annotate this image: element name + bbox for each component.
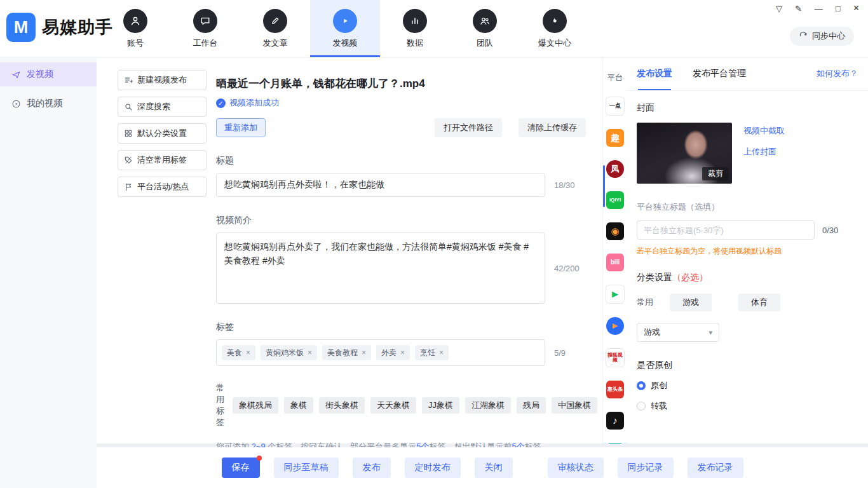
independent-title-input[interactable] xyxy=(637,220,815,240)
nav-item-workspace[interactable]: 工作台 xyxy=(170,0,240,57)
nav-item-hot-center[interactable]: 爆文中心 xyxy=(520,0,590,57)
sidebar-item-label: 我的视频 xyxy=(27,98,62,109)
close-icon[interactable]: × xyxy=(853,3,859,13)
publish-button[interactable]: 发布 xyxy=(353,458,391,478)
platform-icon-partial[interactable]: Oo xyxy=(606,443,624,444)
upload-cover-link[interactable]: 上传封面 xyxy=(743,146,785,158)
filter-icon[interactable]: ▽ xyxy=(776,4,782,13)
platform-icon-bilibili[interactable]: bili xyxy=(606,254,624,271)
search-icon xyxy=(124,102,133,111)
platform-icon-souhu[interactable]: 搜狐视频 xyxy=(606,348,625,367)
platform-icon-haokan[interactable]: ▶ xyxy=(606,317,624,335)
send-icon xyxy=(11,70,21,79)
menu-label: 新建视频发布 xyxy=(137,74,187,86)
publish-records-button[interactable]: 发布记录 xyxy=(688,458,743,478)
category-button-sport[interactable]: 体育 xyxy=(738,294,780,311)
platform-icon-dayu[interactable]: ◉ xyxy=(606,222,624,240)
category-button-game[interactable]: 游戏 xyxy=(670,294,712,311)
app-logo: M 易媒助手 xyxy=(6,13,113,42)
sidebar-item-publish-video[interactable]: 发视频 xyxy=(0,62,97,86)
nav-item-article[interactable]: 发文章 xyxy=(240,0,310,57)
publish-settings-panel: 发布设置 发布平台管理 如何发布？ 封面 裁剪 视频中截取 上传封面 平台独立标… xyxy=(627,57,868,444)
open-file-path-button[interactable]: 打开文件路径 xyxy=(435,118,502,137)
nav-item-data[interactable]: 数据 xyxy=(380,0,450,57)
left-sidebar: 发视频 我的视频 xyxy=(0,57,97,488)
nav-label: 发视频 xyxy=(333,37,358,49)
sync-to-draft-button[interactable]: 同步至草稿 xyxy=(274,458,339,478)
common-tag[interactable]: 象棋残局 xyxy=(233,397,278,414)
logo-icon: M xyxy=(6,13,36,42)
close-button[interactable]: 关闭 xyxy=(475,458,513,478)
independent-title-counter: 0/30 xyxy=(822,226,838,235)
review-status-button[interactable]: 审核状态 xyxy=(548,458,604,478)
platform-scroll-indicator[interactable] xyxy=(603,165,605,207)
platform-activity-button[interactable]: 平台活动/热点 xyxy=(118,177,207,197)
deep-search-button[interactable]: 深度搜索 xyxy=(118,97,207,117)
remove-tag-icon[interactable]: × xyxy=(308,348,312,357)
capture-from-video-link[interactable]: 视频中截取 xyxy=(743,125,785,137)
common-category-row: 常用 游戏 体育 xyxy=(637,294,858,311)
common-tag[interactable]: 残局 xyxy=(517,397,546,414)
title-counter: 18/30 xyxy=(554,180,575,190)
common-tag[interactable]: 江湖象棋 xyxy=(465,397,511,414)
clear-common-tags-button[interactable]: 清空常用标签 xyxy=(118,150,207,170)
platform-icon-qutoutiao[interactable]: 趣 xyxy=(606,129,624,147)
sidebar-item-my-videos[interactable]: 我的视频 xyxy=(0,92,97,116)
platform-icon-green-play[interactable]: ▶ xyxy=(606,285,625,304)
video-title-input[interactable] xyxy=(216,173,545,197)
sync-records-button[interactable]: 同步记录 xyxy=(618,458,674,478)
tag-chip: 美食 × xyxy=(222,345,255,360)
maximize-icon[interactable]: □ xyxy=(836,4,841,13)
category-select[interactable]: 游戏 ▾ xyxy=(637,323,719,342)
remove-tag-icon[interactable]: × xyxy=(362,348,366,357)
menu-label: 默认分类设置 xyxy=(137,128,187,139)
save-button[interactable]: 保存 xyxy=(222,458,260,478)
radio-original[interactable]: 原创 xyxy=(637,380,858,391)
nav-item-video[interactable]: 发视频 xyxy=(310,0,380,57)
new-video-publish-button[interactable]: 新建视频发布 xyxy=(118,70,207,90)
nav-label: 工作台 xyxy=(193,37,218,49)
video-description-input[interactable]: 想吃黄焖鸡别再点外卖了，我们在家也能做，方法很简单#黄焖鸡米饭 #美食 #美食教… xyxy=(216,233,545,304)
tab-publish-settings[interactable]: 发布设置 xyxy=(637,57,672,90)
cover-thumbnail[interactable]: 裁剪 xyxy=(637,123,732,184)
chart-bars-icon xyxy=(403,9,427,33)
platform-icon-yidian[interactable]: 一点 xyxy=(606,97,625,116)
common-tag[interactable]: 中国象棋 xyxy=(552,397,597,414)
common-tags-label: 常用标签 xyxy=(216,383,227,428)
play-video-icon xyxy=(333,9,357,33)
nav-item-team[interactable]: 团队 xyxy=(450,0,520,57)
re-add-button[interactable]: 重新添加 xyxy=(216,118,266,137)
tab-platform-management[interactable]: 发布平台管理 xyxy=(693,57,746,90)
tag-chip: 烹饪 × xyxy=(415,345,449,360)
common-tag[interactable]: 街头象棋 xyxy=(319,397,365,414)
common-tag[interactable]: 象棋 xyxy=(284,397,313,414)
remove-tag-icon[interactable]: × xyxy=(246,348,250,357)
radio-repost[interactable]: 转载 xyxy=(637,400,858,412)
platform-icon-fenghuang[interactable]: 凤 xyxy=(606,160,624,178)
remove-tag-icon[interactable]: × xyxy=(400,348,405,357)
scheduled-publish-button[interactable]: 定时发布 xyxy=(405,458,461,478)
common-tag[interactable]: JJ象棋 xyxy=(422,397,459,414)
workspace-icon xyxy=(193,9,217,33)
clear-upload-cache-button[interactable]: 清除上传缓存 xyxy=(519,118,586,137)
menu-label: 深度搜索 xyxy=(137,101,170,112)
tag-chip: 美食教程 × xyxy=(322,345,371,360)
nav-item-account[interactable]: 账号 xyxy=(100,0,170,57)
upload-status: ✓ 视频添加成功 xyxy=(216,97,597,109)
category-settings-label: 分类设置（必选） xyxy=(637,272,858,283)
sync-center-button[interactable]: 同步中心 xyxy=(790,27,854,46)
platform-icon-douyin[interactable]: ♪ xyxy=(606,412,624,430)
how-to-publish-link[interactable]: 如何发布？ xyxy=(817,68,858,79)
tags-input[interactable]: 美食 × 黄焖鸡米饭 × 美食教程 × 外卖 × xyxy=(216,339,545,366)
remove-tag-icon[interactable]: × xyxy=(439,348,444,357)
default-category-button[interactable]: 默认分类设置 xyxy=(118,123,207,144)
platform-icon-huitoutiao[interactable]: 惠头条 xyxy=(606,381,624,398)
minimize-icon[interactable]: — xyxy=(815,4,823,13)
platform-rail-header: 平台 xyxy=(603,72,627,83)
crop-button[interactable]: 裁剪 xyxy=(702,167,729,180)
edit-icon[interactable]: ✎ xyxy=(795,4,802,13)
common-tag[interactable]: 天天象棋 xyxy=(370,397,416,414)
top-nav: 账号 工作台 发文章 发视频 xyxy=(100,0,590,57)
platform-icon-iqiyi[interactable]: iQIYI xyxy=(606,191,624,209)
category-select-value: 游戏 xyxy=(644,327,660,338)
